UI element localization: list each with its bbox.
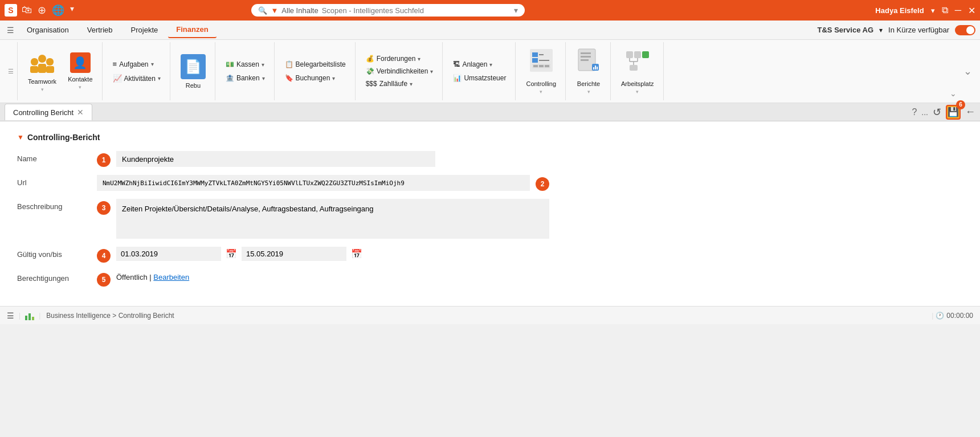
status-time: | 🕐 00:00:00 <box>932 312 973 320</box>
rebu-button[interactable]: 📄 Rebu <box>176 51 210 92</box>
banken-button[interactable]: 🏦 Banken ▾ <box>222 73 268 83</box>
kontakte-icon: 👤 <box>70 52 91 73</box>
globe-icon[interactable]: 🌐 <box>52 4 64 17</box>
svg-rect-24 <box>626 51 633 58</box>
restore-icon[interactable]: ⧉ <box>942 5 948 15</box>
sidebar-toggle[interactable]: ☰ <box>5 23 17 37</box>
dropdown-icon[interactable]: ▾ <box>70 4 74 17</box>
beschreibung-input[interactable]: Zeiten Projekte/Übersicht/Details/Analys… <box>116 199 549 239</box>
time-value: 00:00:00 <box>946 312 973 320</box>
tab-controlling-bericht[interactable]: Controlling Bericht ✕ <box>5 104 92 120</box>
verbindlichkeiten-button[interactable]: 💸 Verbindlichkeiten ▾ <box>362 66 437 76</box>
refresh-button[interactable]: ↺ <box>933 106 941 119</box>
buchungen-button[interactable]: 🔖 Buchungen ▾ <box>281 73 349 83</box>
ribbon-left-panel[interactable]: ☰ <box>5 42 18 100</box>
step-badge-4: 4 <box>97 249 111 263</box>
aufgaben-button[interactable]: ≡ Aufgaben ▾ <box>109 59 164 70</box>
company-dropdown-icon[interactable]: ▾ <box>879 26 883 34</box>
rebu-icon: 📄 <box>181 54 206 79</box>
tab-label: Controlling Bericht <box>13 108 74 117</box>
availability-toggle[interactable] <box>955 25 975 35</box>
umsatzsteuer-button[interactable]: 📊 Umsatzsteuer <box>450 73 509 83</box>
berechtigungen-row: Berechtigungen 5 Öffentlich | Bearbeiten <box>17 271 963 287</box>
user-name[interactable]: Hadya Eisfeld <box>875 6 924 15</box>
ribbon-expand[interactable]: ⌄ <box>948 42 959 100</box>
aktivitaeten-button[interactable]: 📈 Aktivitäten ▾ <box>109 73 164 84</box>
url-input[interactable] <box>97 175 530 191</box>
bar-chart-icon[interactable] <box>25 311 34 320</box>
content-area: ▼ Controlling-Bericht Name 1 Url 2 Besch… <box>0 121 980 306</box>
beschreibung-field: 3 Zeiten Projekte/Übersicht/Details/Anal… <box>97 199 963 239</box>
search-bar: 🔍 ▼ Alle Inhalte ▾ <box>251 4 525 17</box>
teamwork-button[interactable]: Teamwork ▾ <box>23 47 61 96</box>
tab-close-button[interactable]: ✕ <box>77 108 84 117</box>
menu-item-projekte[interactable]: Projekte <box>123 22 166 38</box>
filter-icon[interactable]: ▼ <box>271 6 278 15</box>
kontakte-button[interactable]: 👤 Kontakte ▾ <box>63 49 97 93</box>
anlagen-button[interactable]: 🏗 Anlagen ▾ <box>450 59 509 70</box>
anlagen-group: 🏗 Anlagen ▾ 📊 Umsatzsteuer <box>444 42 516 100</box>
svg-rect-13 <box>539 65 544 67</box>
menu-item-vertrieb[interactable]: Vertrieb <box>79 22 121 38</box>
svg-rect-21 <box>593 67 594 70</box>
date-from-input[interactable] <box>116 247 221 261</box>
step-badge-3: 3 <box>97 201 111 215</box>
menu-item-organisation[interactable]: Organisation <box>19 22 77 38</box>
zaehllaeufe-button[interactable]: $$$ Zahlläufe ▾ <box>362 79 437 89</box>
kassen-button[interactable]: 💵 Kassen ▾ <box>222 59 268 70</box>
aufgaben-group: ≡ Aufgaben ▾ 📈 Aktivitäten ▾ <box>104 42 170 100</box>
close-icon[interactable]: ✕ <box>968 5 975 16</box>
company-name[interactable]: T&S Service AG <box>818 26 874 34</box>
bag-icon[interactable]: 🛍 <box>22 4 32 17</box>
menu-right: T&S Service AG ▾ In Kürze verfügbar <box>818 25 975 35</box>
forderungen-button[interactable]: 💰 Forderungen ▾ <box>362 54 437 64</box>
svg-rect-0 <box>31 58 38 66</box>
separator2: | <box>39 312 40 320</box>
search-input[interactable] <box>322 6 511 15</box>
step-badge-1: 1 <box>97 153 111 167</box>
svg-rect-8 <box>532 58 538 63</box>
save-badge: 6 <box>956 100 965 109</box>
step-badge-2: 2 <box>536 177 549 191</box>
controlling-icon <box>529 48 554 77</box>
menu-item-finanzen[interactable]: Finanzen <box>168 22 216 38</box>
more-button[interactable]: ... <box>921 108 928 117</box>
svg-rect-19 <box>581 59 589 61</box>
svg-rect-31 <box>630 65 638 71</box>
gueltig-row: Gültig von/bis 4 📅 📅 <box>17 247 963 263</box>
belegarbeitsliste-button[interactable]: 📋 Belegarbeitsliste <box>281 59 349 70</box>
menu-toggle-icon[interactable]: ☰ <box>7 311 14 320</box>
title-bar-right: Hadya Eisfeld ▾ ⧉ ─ ✕ <box>875 5 975 16</box>
separator: | <box>19 312 21 320</box>
berechtigungen-field: 5 Öffentlich | Bearbeiten <box>97 271 963 287</box>
bar-2 <box>28 313 31 320</box>
calendar-from-icon[interactable]: 📅 <box>226 248 237 259</box>
section-header[interactable]: ▼ Controlling-Bericht <box>17 133 963 142</box>
save-button-wrapper: 💾 6 <box>946 105 961 120</box>
breadcrumb-text: Business Intelligence > Controlling Beri… <box>46 312 174 320</box>
back-button[interactable]: ← <box>965 106 975 118</box>
app-logo[interactable]: S <box>5 4 17 17</box>
teamwork-label: Teamwork <box>28 78 56 85</box>
status-icons: ☰ | | <box>7 311 40 320</box>
teamwork-icon <box>30 50 55 75</box>
url-label: Url <box>17 175 97 187</box>
arbeitsplatz-button[interactable]: Arbeitsplatz ▾ <box>616 44 658 98</box>
user-dropdown-icon[interactable]: ▾ <box>931 6 935 15</box>
section-title: Controlling-Bericht <box>27 133 100 142</box>
gueltig-label: Gültig von/bis <box>17 247 97 259</box>
controlling-button[interactable]: Controlling ▾ <box>521 44 561 98</box>
name-input[interactable] <box>116 151 435 167</box>
breadcrumb: Business Intelligence > Controlling Beri… <box>46 312 174 320</box>
date-to-input[interactable] <box>242 247 346 261</box>
add-icon[interactable]: ⊕ <box>38 4 46 17</box>
search-dropdown-icon[interactable]: ▾ <box>514 6 518 15</box>
berichte-button[interactable]: Berichte ▾ <box>571 44 606 98</box>
ribbon-right-expand[interactable]: ⌄ <box>960 42 975 100</box>
berechtigungen-label: Berechtigungen <box>17 271 97 283</box>
svg-rect-12 <box>533 65 538 67</box>
help-button[interactable]: ? <box>912 107 917 117</box>
minimize-icon[interactable]: ─ <box>955 5 961 15</box>
permissions-edit-link[interactable]: Bearbeiten <box>153 273 189 281</box>
calendar-to-icon[interactable]: 📅 <box>351 248 362 259</box>
